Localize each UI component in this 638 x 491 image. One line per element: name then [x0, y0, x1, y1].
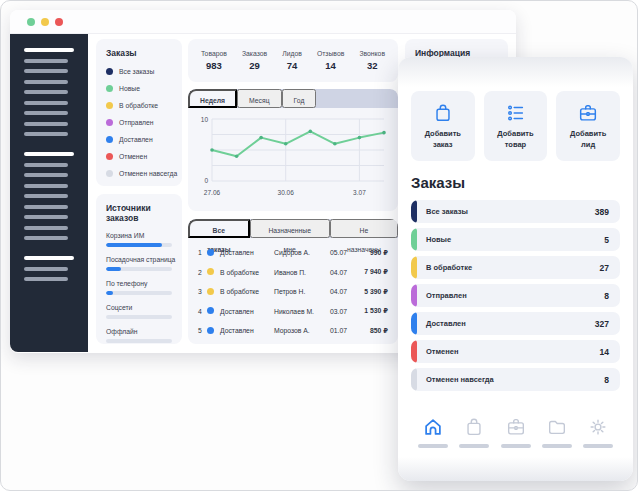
order-status: В обработке [220, 269, 274, 276]
order-source-label: Корзина ИМ [106, 232, 172, 239]
stat-value: 14 [317, 60, 344, 71]
order-sources-title: Источники заказов [106, 203, 172, 223]
nav-home-button[interactable] [418, 416, 448, 448]
chart-period-tab[interactable]: Неделя [188, 89, 237, 108]
svg-text:3.07: 3.07 [353, 189, 366, 196]
stat-value: 29 [242, 60, 267, 71]
status-dot-icon [106, 85, 113, 92]
order-source-item: Оффлайн [106, 328, 172, 343]
panel-order-row[interactable]: Отменен навсегда8 [411, 368, 620, 391]
sidebar-item-bar [24, 59, 68, 63]
order-row[interactable]: 2В обработкеИванов П.04.077 940 ₽ [198, 263, 388, 283]
dashboard-mockup: Заказы Все заказыНовыеВ обработкеОтправл… [0, 0, 638, 491]
order-status-dot-icon [207, 307, 214, 314]
panel-order-row[interactable]: Новые5 [411, 228, 620, 251]
panel-order-count: 5 [604, 235, 620, 245]
panel-footer-strip [398, 457, 633, 481]
nav-briefcase-button[interactable] [501, 416, 531, 448]
order-date: 03.07 [330, 308, 359, 315]
panel-order-count: 27 [600, 263, 620, 273]
order-date: 01.07 [330, 327, 359, 334]
chart-period-tab[interactable]: Месяц [237, 89, 282, 108]
sidebar-section-bar [24, 48, 74, 52]
orders-line-chart: 10027.0630.063.07 [188, 108, 398, 207]
svg-text:0: 0 [204, 177, 208, 184]
sidebar-item-bar [24, 267, 68, 271]
sidebar-item-bar [24, 69, 68, 73]
order-source-label: Оффлайн [106, 328, 172, 335]
panel-order-row[interactable]: Отправлен8 [411, 284, 620, 307]
stat-item: Заказов29 [242, 50, 267, 71]
quick-action-label: Добавить лид [562, 129, 614, 150]
legend-item[interactable]: Доставлен [106, 136, 172, 143]
quick-action-bag[interactable]: Добавить заказ [411, 91, 475, 161]
order-customer: Сидоров А. [274, 249, 330, 256]
legend-item-label: Все заказы [119, 68, 154, 75]
order-price: 850 ₽ [359, 327, 388, 335]
stat-label: Отзывов [317, 50, 344, 57]
briefcase-icon [577, 102, 599, 124]
legend-item[interactable]: Все заказы [106, 68, 172, 75]
nav-folder-button[interactable] [542, 416, 572, 448]
stat-label: Заказов [242, 50, 267, 57]
quick-action-briefcase[interactable]: Добавить лид [556, 91, 620, 161]
order-status-dot-wrap [207, 327, 220, 335]
nav-bag-button[interactable] [459, 416, 489, 448]
panel-order-count: 389 [595, 207, 620, 217]
chart-period-tab[interactable]: Год [282, 89, 317, 108]
nav-underline [542, 444, 572, 448]
window-control-yellow[interactable] [41, 18, 49, 26]
panel-order-label: Новые [417, 235, 451, 244]
stat-item: Товаров983 [201, 50, 227, 71]
legend-item-label: Отменен [119, 153, 147, 160]
panel-order-row[interactable]: Доставлен327 [411, 312, 620, 335]
panel-order-row[interactable]: Все заказы389 [411, 200, 620, 223]
mobile-orders-panel: Добавить заказДобавить товарДобавить лид… [398, 57, 633, 481]
orders-legend-title: Заказы [106, 48, 172, 58]
orders-filter-tab[interactable]: Все заказы [188, 219, 250, 238]
orders-filter-tab[interactable]: Не назначены [330, 219, 398, 238]
order-source-bar-fill [106, 267, 121, 271]
order-row[interactable]: 3В обработкеПетров Н.04.075 390 ₽ [198, 282, 388, 302]
sidebar-item-bar [24, 122, 68, 126]
chart-svg: 10027.0630.063.07 [195, 111, 391, 207]
order-price: 5 390 ₽ [359, 288, 388, 296]
orders-legend-card: Заказы Все заказыНовыеВ обработкеОтправл… [96, 39, 182, 186]
gear-icon [587, 416, 609, 438]
panel-order-count: 14 [600, 347, 620, 357]
orders-table-rows: 1ДоставленСидоров А.05.07990 ₽2В обработ… [188, 238, 398, 341]
window-control-green[interactable] [27, 18, 35, 26]
legend-item[interactable]: Отменен [106, 153, 172, 160]
orders-filter-tab[interactable]: Назначенные мне [250, 219, 330, 238]
window-control-red[interactable] [55, 18, 63, 26]
quick-action-list[interactable]: Добавить товар [484, 91, 548, 161]
panel-order-row[interactable]: Отменен14 [411, 340, 620, 363]
legend-item[interactable]: Отменен навсегда [106, 170, 172, 177]
panel-header-strip [398, 57, 633, 87]
order-status-dot-wrap [207, 307, 220, 315]
legend-item[interactable]: Отправлен [106, 119, 172, 126]
sidebar-item-bar [24, 226, 68, 230]
panel-order-count: 327 [595, 319, 620, 329]
panel-order-count: 8 [604, 291, 620, 301]
panel-order-row[interactable]: В обработке27 [411, 256, 620, 279]
panel-orders-title: Заказы [411, 174, 620, 191]
panel-order-label: Отправлен [417, 291, 467, 300]
panel-content: Добавить заказДобавить товарДобавить лид… [398, 87, 633, 448]
nav-underline [501, 444, 531, 448]
sidebar-item-bar [24, 90, 68, 94]
panel-order-label: Отменен навсегда [417, 375, 494, 384]
status-dot-icon [106, 136, 113, 143]
legend-item[interactable]: Новые [106, 85, 172, 92]
sidebar-item-bar [24, 236, 68, 240]
legend-item[interactable]: В обработке [106, 102, 172, 109]
order-row[interactable]: 4ДоставленНиколаев М.03.071 530 ₽ [198, 302, 388, 322]
order-source-bar-track [106, 339, 172, 343]
status-dot-icon [106, 153, 113, 160]
nav-gear-button[interactable] [583, 416, 613, 448]
order-date: 05.07 [330, 249, 359, 256]
sidebar-item-bar [24, 173, 68, 177]
order-row[interactable]: 5ДоставленМорозов А.01.07850 ₽ [198, 321, 388, 341]
quick-action-label: Добавить заказ [417, 129, 469, 150]
order-number: 1 [198, 249, 207, 256]
